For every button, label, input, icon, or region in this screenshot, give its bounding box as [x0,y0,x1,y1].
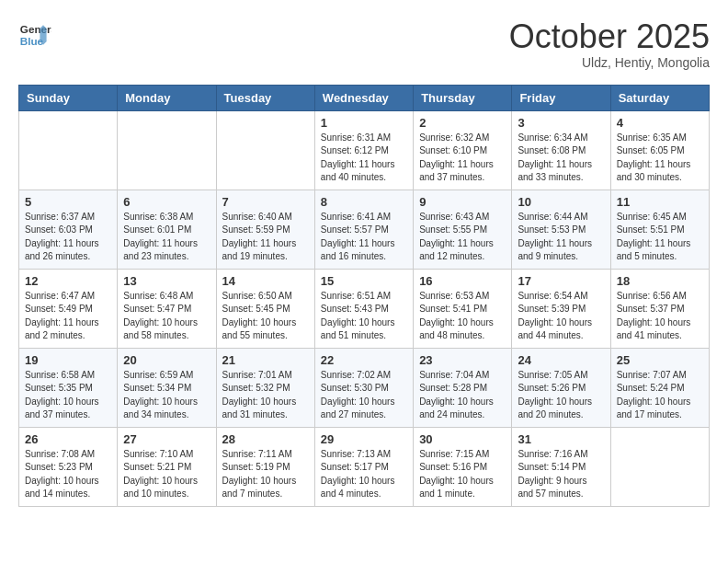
calendar-cell: 24Sunrise: 7:05 AM Sunset: 5:26 PM Dayli… [512,348,610,427]
calendar-cell: 11Sunrise: 6:45 AM Sunset: 5:51 PM Dayli… [610,190,709,269]
calendar-cell [216,110,314,190]
calendar-cell: 30Sunrise: 7:15 AM Sunset: 5:16 PM Dayli… [414,427,512,506]
calendar-cell: 31Sunrise: 7:16 AM Sunset: 5:14 PM Dayli… [512,427,610,506]
day-info: Sunrise: 7:08 AM Sunset: 5:23 PM Dayligh… [25,448,111,501]
day-number: 30 [419,432,506,446]
day-number: 1 [321,116,407,130]
day-number: 22 [321,353,407,367]
calendar-cell: 7Sunrise: 6:40 AM Sunset: 5:59 PM Daylig… [216,190,314,269]
weekday-header-monday: Monday [118,85,216,110]
day-info: Sunrise: 6:32 AM Sunset: 6:10 PM Dayligh… [419,132,506,185]
calendar-cell: 6Sunrise: 6:38 AM Sunset: 6:01 PM Daylig… [118,190,216,269]
weekday-header-wednesday: Wednesday [314,85,413,110]
weekday-header-sunday: Sunday [19,85,118,110]
calendar-cell: 19Sunrise: 6:58 AM Sunset: 5:35 PM Dayli… [19,348,118,427]
day-number: 11 [617,195,703,209]
day-info: Sunrise: 7:02 AM Sunset: 5:30 PM Dayligh… [321,369,407,422]
day-number: 10 [518,195,604,209]
day-number: 4 [617,116,703,130]
day-info: Sunrise: 6:54 AM Sunset: 5:39 PM Dayligh… [518,290,604,343]
day-number: 8 [321,195,407,209]
day-number: 23 [419,353,506,367]
day-number: 6 [123,195,210,209]
calendar-cell [19,110,118,190]
day-number: 7 [222,195,309,209]
calendar-cell: 22Sunrise: 7:02 AM Sunset: 5:30 PM Dayli… [314,348,413,427]
calendar-cell: 29Sunrise: 7:13 AM Sunset: 5:17 PM Dayli… [314,427,413,506]
day-info: Sunrise: 6:38 AM Sunset: 6:01 PM Dayligh… [123,211,210,264]
calendar-week-4: 19Sunrise: 6:58 AM Sunset: 5:35 PM Dayli… [19,348,710,427]
month-title: October 2025 [509,18,710,55]
calendar-week-1: 1Sunrise: 6:31 AM Sunset: 6:12 PM Daylig… [19,110,710,190]
day-info: Sunrise: 6:50 AM Sunset: 5:45 PM Dayligh… [222,290,309,343]
day-info: Sunrise: 7:04 AM Sunset: 5:28 PM Dayligh… [419,369,506,422]
calendar-cell: 2Sunrise: 6:32 AM Sunset: 6:10 PM Daylig… [414,110,512,190]
weekday-header-tuesday: Tuesday [216,85,314,110]
day-info: Sunrise: 6:48 AM Sunset: 5:47 PM Dayligh… [123,290,210,343]
day-number: 24 [518,353,604,367]
day-number: 18 [617,274,703,288]
day-number: 31 [518,432,604,446]
day-number: 17 [518,274,604,288]
calendar-cell: 23Sunrise: 7:04 AM Sunset: 5:28 PM Dayli… [414,348,512,427]
day-info: Sunrise: 7:07 AM Sunset: 5:24 PM Dayligh… [617,369,703,422]
page-header: General Blue October 2025 Uldz, Hentiy, … [18,18,710,70]
day-number: 12 [25,274,111,288]
calendar-cell: 18Sunrise: 6:56 AM Sunset: 5:37 PM Dayli… [610,269,709,348]
weekday-header-thursday: Thursday [414,85,512,110]
svg-text:General: General [20,23,51,35]
day-info: Sunrise: 6:47 AM Sunset: 5:49 PM Dayligh… [25,290,111,343]
logo-icon: General Blue [18,18,51,52]
day-info: Sunrise: 7:16 AM Sunset: 5:14 PM Dayligh… [518,448,604,501]
day-number: 27 [123,432,210,446]
day-info: Sunrise: 6:56 AM Sunset: 5:37 PM Dayligh… [617,290,703,343]
calendar-cell: 15Sunrise: 6:51 AM Sunset: 5:43 PM Dayli… [314,269,413,348]
calendar-cell: 10Sunrise: 6:44 AM Sunset: 5:53 PM Dayli… [512,190,610,269]
day-number: 25 [617,353,703,367]
day-number: 16 [419,274,506,288]
day-info: Sunrise: 6:43 AM Sunset: 5:55 PM Dayligh… [419,211,506,264]
calendar-cell: 3Sunrise: 6:34 AM Sunset: 6:08 PM Daylig… [512,110,610,190]
calendar-cell: 17Sunrise: 6:54 AM Sunset: 5:39 PM Dayli… [512,269,610,348]
day-info: Sunrise: 7:11 AM Sunset: 5:19 PM Dayligh… [222,448,309,501]
day-info: Sunrise: 7:05 AM Sunset: 5:26 PM Dayligh… [518,369,604,422]
day-info: Sunrise: 6:45 AM Sunset: 5:51 PM Dayligh… [617,211,703,264]
calendar-cell: 8Sunrise: 6:41 AM Sunset: 5:57 PM Daylig… [314,190,413,269]
calendar-week-2: 5Sunrise: 6:37 AM Sunset: 6:03 PM Daylig… [19,190,710,269]
calendar-cell: 4Sunrise: 6:35 AM Sunset: 6:05 PM Daylig… [610,110,709,190]
calendar-week-3: 12Sunrise: 6:47 AM Sunset: 5:49 PM Dayli… [19,269,710,348]
day-info: Sunrise: 6:37 AM Sunset: 6:03 PM Dayligh… [25,211,111,264]
day-info: Sunrise: 6:35 AM Sunset: 6:05 PM Dayligh… [617,132,703,185]
calendar-cell [118,110,216,190]
calendar-cell [610,427,709,506]
calendar-cell: 13Sunrise: 6:48 AM Sunset: 5:47 PM Dayli… [118,269,216,348]
day-info: Sunrise: 6:34 AM Sunset: 6:08 PM Dayligh… [518,132,604,185]
day-info: Sunrise: 6:58 AM Sunset: 5:35 PM Dayligh… [25,369,111,422]
day-info: Sunrise: 6:53 AM Sunset: 5:41 PM Dayligh… [419,290,506,343]
day-info: Sunrise: 7:13 AM Sunset: 5:17 PM Dayligh… [321,448,407,501]
day-number: 3 [518,116,604,130]
day-info: Sunrise: 6:41 AM Sunset: 5:57 PM Dayligh… [321,211,407,264]
calendar-cell: 9Sunrise: 6:43 AM Sunset: 5:55 PM Daylig… [414,190,512,269]
day-number: 19 [25,353,111,367]
day-number: 26 [25,432,111,446]
calendar-cell: 12Sunrise: 6:47 AM Sunset: 5:49 PM Dayli… [19,269,118,348]
day-info: Sunrise: 7:01 AM Sunset: 5:32 PM Dayligh… [222,369,309,422]
calendar-cell: 21Sunrise: 7:01 AM Sunset: 5:32 PM Dayli… [216,348,314,427]
day-number: 9 [419,195,506,209]
day-info: Sunrise: 6:40 AM Sunset: 5:59 PM Dayligh… [222,211,309,264]
weekday-header-row: SundayMondayTuesdayWednesdayThursdayFrid… [19,85,710,110]
calendar-cell: 28Sunrise: 7:11 AM Sunset: 5:19 PM Dayli… [216,427,314,506]
day-number: 15 [321,274,407,288]
day-info: Sunrise: 6:44 AM Sunset: 5:53 PM Dayligh… [518,211,604,264]
day-number: 29 [321,432,407,446]
calendar-cell: 26Sunrise: 7:08 AM Sunset: 5:23 PM Dayli… [19,427,118,506]
day-number: 13 [123,274,210,288]
calendar-cell: 27Sunrise: 7:10 AM Sunset: 5:21 PM Dayli… [118,427,216,506]
location-subtitle: Uldz, Hentiy, Mongolia [509,55,710,70]
calendar-cell: 1Sunrise: 6:31 AM Sunset: 6:12 PM Daylig… [314,110,413,190]
weekday-header-saturday: Saturday [610,85,709,110]
day-number: 20 [123,353,210,367]
calendar-cell: 5Sunrise: 6:37 AM Sunset: 6:03 PM Daylig… [19,190,118,269]
logo: General Blue [18,18,51,52]
